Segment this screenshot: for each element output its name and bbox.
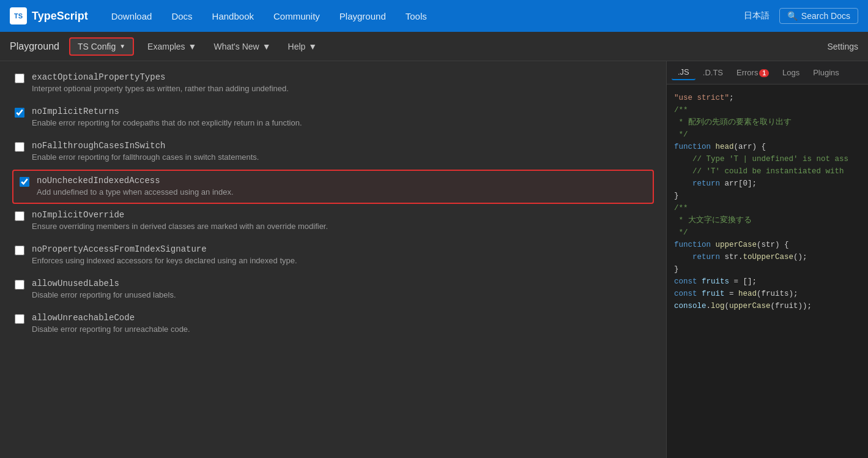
code-panel: .JS .D.TS Errors1 Logs Plugins "use stri… — [666, 61, 868, 458]
config-content-no-unchecked-indexed: noUncheckedIndexedAccess Add undefined t… — [37, 176, 234, 198]
config-item-exact-optional: exactOptionalPropertyTypes Interpret opt… — [12, 66, 654, 100]
second-navigation: Playground TS Config ▼ Examples ▼ What's… — [0, 32, 868, 61]
config-content-no-implicit-override: noImplicitOverride Ensure overriding mem… — [32, 210, 328, 232]
no-implicit-returns-checkbox[interactable] — [15, 108, 24, 118]
no-implicit-returns-name: noImplicitReturns — [32, 107, 302, 116]
no-implicit-override-name: noImplicitOverride — [32, 210, 328, 220]
allow-unused-labels-checkbox[interactable] — [15, 280, 24, 290]
ts-config-button[interactable]: TS Config ▼ — [69, 37, 134, 56]
allow-unreachable-desc: Disable error reporting for unreachable … — [32, 324, 190, 335]
examples-chevron-icon: ▼ — [188, 42, 197, 51]
code-comment1-open: /** — [674, 104, 861, 116]
no-implicit-returns-desc: Enable error reporting for codepaths tha… — [32, 118, 302, 129]
code-content-area: "use strict"; /** * 配列の先頭の要素を取り出す */ fun… — [667, 84, 868, 458]
examples-button[interactable]: Examples ▼ — [139, 39, 205, 54]
no-fallthrough-desc: Enable error reporting for fallthrough c… — [32, 152, 259, 163]
code-console: console.log(upperCase(fruit)); — [674, 300, 861, 312]
chevron-down-icon: ▼ — [119, 43, 125, 50]
whats-new-chevron-icon: ▼ — [262, 42, 271, 51]
config-content-allow-unreachable: allowUnreachableCode Disable error repor… — [32, 313, 190, 335]
errors-badge: 1 — [759, 69, 769, 77]
code-return-arr: return arr[0]; — [674, 178, 861, 190]
exact-optional-checkbox[interactable] — [15, 73, 24, 83]
code-comment2-close: */ — [674, 227, 861, 239]
allow-unused-labels-desc: Disable error reporting for unused label… — [32, 290, 176, 301]
config-item-no-fallthrough: noFallthroughCasesInSwitch Enable error … — [12, 135, 654, 169]
tab-errors[interactable]: Errors1 — [730, 66, 775, 80]
config-item-no-property-access: noPropertyAccessFromIndexSignature Enfor… — [12, 238, 654, 272]
nav-right: 日本語 🔍 Search Docs — [744, 8, 858, 24]
nav-links: Download Docs Handbook Community Playgro… — [103, 7, 744, 25]
search-icon: 🔍 — [787, 11, 798, 21]
config-item-allow-unused-labels: allowUnusedLabels Disable error reportin… — [12, 272, 654, 307]
nav-download[interactable]: Download — [103, 7, 161, 25]
allow-unreachable-name: allowUnreachableCode — [32, 313, 190, 323]
code-return-upper: return str.toUpperCase(); — [674, 251, 861, 263]
whats-new-label: What's New — [213, 42, 259, 51]
search-docs-label: Search Docs — [801, 11, 850, 21]
code-comment2-open: /** — [674, 202, 861, 214]
no-implicit-override-checkbox[interactable] — [15, 211, 24, 221]
help-button[interactable]: Help ▼ — [280, 39, 326, 54]
code-func-head: function head(arr) { — [674, 141, 861, 153]
config-content-no-fallthrough: noFallthroughCasesInSwitch Enable error … — [32, 141, 259, 163]
no-implicit-override-desc: Ensure overriding members in derived cla… — [32, 221, 328, 232]
code-close-brace1: } — [674, 190, 861, 202]
help-label: Help — [288, 42, 306, 51]
code-comment1-line: * 配列の先頭の要素を取り出す — [674, 116, 861, 129]
config-content-no-implicit-returns: noImplicitReturns Enable error reporting… — [32, 107, 302, 129]
code-comment-t: // 'T' could be instantiated with — [674, 165, 861, 178]
code-func-upper: function upperCase(str) { — [674, 239, 861, 251]
code-comment1-close: */ — [674, 129, 861, 141]
help-chevron-icon: ▼ — [308, 42, 317, 51]
allow-unreachable-checkbox[interactable] — [15, 314, 24, 324]
code-const-fruits: const fruits = []; — [674, 276, 861, 288]
tab-dts[interactable]: .D.TS — [697, 66, 729, 80]
nav-handbook[interactable]: Handbook — [204, 7, 262, 25]
tab-plugins[interactable]: Plugins — [807, 66, 845, 80]
whats-new-button[interactable]: What's New ▼ — [205, 39, 279, 54]
no-fallthrough-name: noFallthroughCasesInSwitch — [32, 141, 259, 151]
no-unchecked-indexed-name: noUncheckedIndexedAccess — [37, 176, 234, 186]
nav-community[interactable]: Community — [265, 7, 328, 25]
main-layout: exactOptionalPropertyTypes Interpret opt… — [0, 61, 868, 458]
config-panel: exactOptionalPropertyTypes Interpret opt… — [0, 61, 666, 458]
config-item-allow-unreachable: allowUnreachableCode Disable error repor… — [12, 307, 654, 341]
ts-logo-icon: TS — [10, 7, 27, 24]
settings-button[interactable]: Settings — [827, 42, 858, 51]
language-selector[interactable]: 日本語 — [744, 10, 770, 21]
no-property-access-name: noPropertyAccessFromIndexSignature — [32, 244, 297, 254]
config-content-exact-optional: exactOptionalPropertyTypes Interpret opt… — [32, 72, 289, 94]
code-comment-type: // Type 'T | undefined' is not ass — [674, 153, 861, 165]
no-unchecked-indexed-desc: Add undefined to a type when accessed us… — [37, 187, 234, 198]
logo-title: TypeScript — [32, 10, 88, 23]
config-item-no-implicit-override: noImplicitOverride Ensure overriding mem… — [12, 204, 654, 238]
nav-docs[interactable]: Docs — [163, 7, 201, 25]
top-navigation: TS TypeScript Download Docs Handbook Com… — [0, 0, 868, 32]
no-property-access-desc: Enforces using indexed accessors for key… — [32, 255, 297, 266]
allow-unused-labels-name: allowUnusedLabels — [32, 279, 176, 288]
search-docs-button[interactable]: 🔍 Search Docs — [779, 8, 858, 24]
exact-optional-desc: Interpret optional property types as wri… — [32, 83, 289, 94]
exact-optional-name: exactOptionalPropertyTypes — [32, 72, 289, 82]
nav-playground[interactable]: Playground — [331, 7, 395, 25]
tab-js[interactable]: .JS — [672, 65, 696, 80]
no-unchecked-indexed-checkbox[interactable] — [20, 177, 29, 187]
config-content-allow-unused-labels: allowUnusedLabels Disable error reportin… — [32, 279, 176, 301]
tab-logs[interactable]: Logs — [776, 66, 806, 80]
code-use-strict: "use strict"; — [674, 92, 861, 104]
config-item-no-implicit-returns: noImplicitReturns Enable error reporting… — [12, 100, 654, 135]
no-fallthrough-checkbox[interactable] — [15, 142, 24, 152]
examples-label: Examples — [147, 42, 185, 51]
playground-title: Playground — [10, 41, 59, 52]
logo-link[interactable]: TS TypeScript — [10, 7, 88, 24]
nav-tools[interactable]: Tools — [397, 7, 436, 25]
ts-config-label: TS Config — [78, 42, 116, 51]
config-item-no-unchecked-indexed: noUncheckedIndexedAccess Add undefined t… — [12, 170, 654, 204]
code-tabs: .JS .D.TS Errors1 Logs Plugins — [667, 61, 868, 84]
errors-label: Errors — [736, 68, 758, 77]
code-close-brace2: } — [674, 263, 861, 276]
code-const-fruit: const fruit = head(fruits); — [674, 288, 861, 300]
config-content-no-property-access: noPropertyAccessFromIndexSignature Enfor… — [32, 244, 297, 266]
no-property-access-checkbox[interactable] — [15, 246, 24, 255]
